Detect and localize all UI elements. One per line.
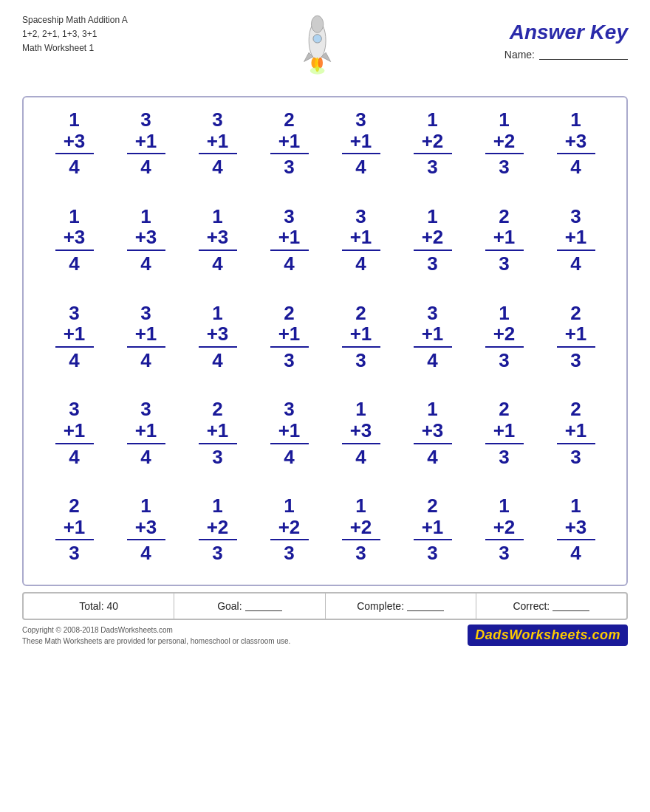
problem-1-4: 3 +1 4 (332, 202, 391, 278)
addend: +3 (207, 323, 229, 345)
top-num: 1 (427, 399, 437, 420)
total-label: Total: 40 (79, 600, 118, 612)
answer: 4 (140, 253, 151, 275)
answer: 4 (212, 156, 222, 178)
correct-cell: Correct: (476, 593, 626, 619)
problem-3-4: 1 +3 4 (332, 394, 391, 470)
page: Spaceship Math Addition A 1+2, 2+1, 1+3,… (0, 0, 650, 812)
problem-1-0: 1 +3 4 (45, 202, 104, 278)
divider (55, 346, 94, 348)
addend: +1 (278, 131, 301, 152)
correct-blank (552, 601, 589, 611)
brand-highlight: Worksheets (509, 627, 588, 642)
answer: 3 (427, 253, 437, 275)
answer: 4 (570, 543, 581, 564)
problem-1-7: 3 +1 4 (547, 202, 606, 278)
answer: 4 (427, 447, 437, 468)
answer: 4 (69, 447, 79, 468)
answer: 4 (284, 447, 294, 468)
divider (342, 250, 380, 251)
top-num: 1 (284, 495, 294, 517)
addend: +1 (350, 323, 372, 345)
divider (270, 539, 309, 540)
complete-label: Complete: (357, 600, 404, 612)
top-num: 2 (499, 206, 509, 227)
divider (557, 250, 595, 251)
answer: 4 (284, 253, 294, 275)
divider (557, 153, 595, 154)
problem-3-5: 1 +3 4 (403, 394, 462, 470)
addend: +2 (207, 517, 229, 538)
answer: 3 (570, 447, 581, 468)
divider (127, 539, 165, 540)
svg-point-2 (313, 35, 321, 43)
problem-row-2: 3 +1 4 3 +1 4 1 +3 4 2 +1 3 2 +1 3 3 +1 (38, 298, 612, 374)
addend: +3 (207, 227, 229, 248)
divider (414, 539, 452, 540)
answer: 3 (284, 350, 294, 371)
addend: +1 (278, 323, 301, 345)
top-num: 1 (140, 495, 151, 517)
row-spacer-2 (38, 384, 612, 394)
problem-4-5: 2 +1 3 (403, 491, 462, 567)
problems-grid: 1 +3 4 3 +1 4 3 +1 4 2 +1 3 3 +1 4 1 +2 (38, 105, 612, 577)
correct-label: Correct: (513, 600, 550, 612)
addend: +1 (207, 420, 229, 441)
top-num: 1 (499, 303, 509, 324)
addend: +2 (493, 517, 516, 538)
total-cell: Total: 40 (24, 593, 174, 619)
addend: +1 (135, 323, 157, 345)
problem-3-3: 3 +1 4 (260, 394, 319, 470)
answer: 3 (212, 543, 222, 564)
addend: +1 (64, 517, 86, 538)
top-num: 1 (355, 399, 366, 420)
problem-0-2: 3 +1 4 (188, 105, 247, 181)
divider (127, 250, 165, 251)
problem-2-5: 3 +1 4 (403, 298, 462, 374)
problem-4-0: 2 +1 3 (45, 491, 104, 567)
addend: +1 (64, 323, 86, 345)
rocket-container (283, 13, 349, 83)
top-num: 1 (499, 109, 509, 131)
answer-key-label: Answer Key (510, 21, 628, 44)
answer: 4 (355, 156, 366, 178)
svg-point-1 (311, 16, 323, 32)
top-num: 3 (355, 206, 366, 227)
top-num: 3 (69, 303, 79, 324)
top-num: 3 (284, 399, 294, 420)
top-num: 2 (69, 495, 79, 517)
svg-point-8 (310, 67, 325, 75)
title-line1: Spaceship Math Addition A (22, 13, 128, 27)
problem-4-6: 1 +2 3 (475, 491, 534, 567)
divider (342, 443, 380, 444)
addend: +3 (350, 420, 372, 441)
row-spacer-3 (38, 481, 612, 491)
brand-text: DadsWorksheets.com (475, 627, 620, 642)
addend: +3 (565, 517, 587, 538)
addend: +3 (135, 517, 157, 538)
problem-4-1: 1 +3 4 (117, 491, 176, 567)
answer: 4 (140, 543, 151, 564)
addend: +3 (422, 420, 444, 441)
problem-2-6: 1 +2 3 (475, 298, 534, 374)
complete-blank (407, 601, 444, 611)
problem-3-1: 3 +1 4 (117, 394, 176, 470)
answer: 3 (427, 156, 437, 178)
row-spacer-1 (38, 288, 612, 298)
top-num: 3 (355, 109, 366, 131)
divider (342, 539, 380, 540)
answer: 3 (284, 156, 294, 178)
problem-4-7: 1 +3 4 (547, 491, 606, 567)
addend: +1 (350, 227, 372, 248)
divider (55, 443, 94, 444)
addend: +1 (422, 517, 444, 538)
top-num: 2 (499, 399, 509, 420)
addend: +1 (207, 131, 229, 152)
answer: 3 (212, 447, 222, 468)
answer: 4 (140, 156, 151, 178)
top-num: 1 (212, 495, 222, 517)
divider (557, 539, 595, 540)
addend: +1 (135, 420, 157, 441)
top-num: 1 (69, 109, 79, 131)
problem-2-1: 3 +1 4 (117, 298, 176, 374)
